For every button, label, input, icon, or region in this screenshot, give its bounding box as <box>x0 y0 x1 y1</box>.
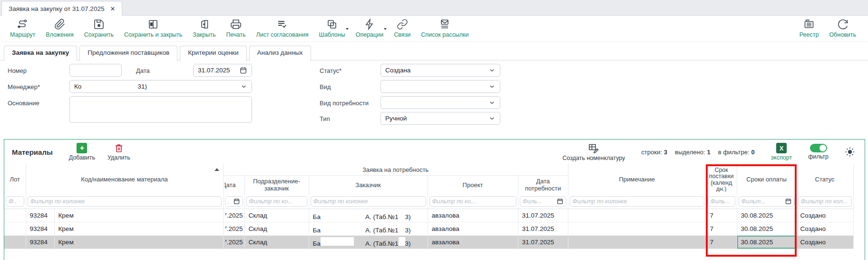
row-counters: строки:3 выделено:1 в фильтре:0 <box>641 149 755 156</box>
filter-date-input[interactable] <box>228 198 231 205</box>
chain-link-icon <box>397 19 408 30</box>
document-tab-title: Заявка на закупку от 31.07.2025 <box>9 5 104 12</box>
tab-zayavka[interactable]: Заявка на закупку <box>4 46 77 61</box>
save-close-icon <box>147 19 159 30</box>
status-select[interactable]: Создана <box>380 64 500 77</box>
col-header-customer[interactable]: Заказчик <box>309 175 428 194</box>
col-header-code-name[interactable]: Код/наименование материала <box>26 164 223 194</box>
paperclip-icon <box>54 19 66 30</box>
chevron-down-icon <box>488 115 496 122</box>
col-header-need-date[interactable]: Дата потребности <box>518 175 568 194</box>
col-header-status[interactable]: Статус <box>796 164 853 194</box>
calendar-icon[interactable] <box>556 198 564 205</box>
registry-button[interactable]: Реестр <box>794 18 824 39</box>
document-tab[interactable]: Заявка на закупку от 31.07.2025 ✕ <box>1 1 122 16</box>
dropdown-caret-icon <box>384 28 387 30</box>
col-header-note[interactable]: Примечание <box>568 164 706 194</box>
col-header-project[interactable]: Проект <box>428 175 518 194</box>
printer-icon <box>230 19 242 30</box>
filter-need-date-input[interactable] <box>523 198 556 205</box>
materials-panel: Материалы + Добавить Удалить Создать ном… <box>4 139 865 260</box>
filter-toggle[interactable]: фильтр <box>808 144 829 160</box>
focused-cell[interactable]: 30.08.2025 <box>737 235 796 249</box>
add-row-button[interactable]: + Добавить <box>69 143 95 161</box>
approval-sheet-button[interactable]: Лист согласования <box>251 18 313 39</box>
save-button[interactable]: Сохранить <box>79 18 119 39</box>
status-label: Статус* <box>320 67 341 74</box>
col-header-department[interactable]: Подразделение-заказчик <box>244 175 309 194</box>
route-icon <box>17 19 29 30</box>
osnovanie-textarea[interactable] <box>69 96 252 123</box>
chevron-down-icon <box>488 99 496 106</box>
filter-customer-input[interactable] <box>313 198 423 205</box>
nomer-input[interactable] <box>74 67 117 74</box>
col-header-delivery-days[interactable]: Срок поставки (календ дн.) <box>706 164 737 194</box>
tip-value: Ручной <box>385 115 407 122</box>
manager-select[interactable]: Ко 31) <box>69 80 252 93</box>
redaction-block <box>321 224 354 232</box>
print-button[interactable]: Печать <box>221 18 251 39</box>
close-button[interactable]: Закрыть <box>187 18 221 39</box>
calendar-icon[interactable] <box>233 198 240 205</box>
osnovanie-label: Основание <box>8 100 39 107</box>
filtered-count: в фильтре:0 <box>718 149 755 156</box>
delete-row-button[interactable]: Удалить <box>107 143 130 161</box>
route-button[interactable]: Маршрут <box>5 18 40 39</box>
manager-label: Менеджер* <box>8 83 40 90</box>
filter-payment-input[interactable] <box>741 198 785 205</box>
filter-delivery-input[interactable] <box>711 198 732 205</box>
calendar-icon[interactable] <box>785 198 792 205</box>
table-row[interactable]: 93284 Крем 31.07.2025 Склад БаА. (Таб.№1… <box>4 209 853 222</box>
vid-potrebnosti-select[interactable] <box>380 96 500 109</box>
close-tab-icon[interactable]: ✕ <box>110 5 115 12</box>
table-row[interactable]: 93284 Крем 31.07.2025 Склад БаА. (Таб.№1… <box>4 222 853 235</box>
refresh-button[interactable]: Обновить <box>824 18 861 39</box>
customer-cell: БаА. (Таб.№13) <box>309 222 428 235</box>
calendar-icon[interactable] <box>239 66 247 74</box>
registry-icon <box>803 19 815 30</box>
col-header-payment-terms[interactable]: Сроки оплаты <box>737 164 796 194</box>
redaction-block <box>81 82 137 91</box>
create-nomenclature-button[interactable]: Создать номенклатуру <box>562 142 625 161</box>
tip-label: Тип <box>320 115 330 122</box>
table-row-selected[interactable]: 93284 Крем 31.07.2025 Склад БаА. (Таб.№1… <box>4 235 853 249</box>
filter-status-input[interactable] <box>801 198 849 205</box>
templates-button[interactable]: Шаблоны <box>313 18 350 39</box>
attachments-button[interactable]: Вложения <box>40 18 79 39</box>
vid-select[interactable] <box>380 80 500 93</box>
gear-icon[interactable] <box>845 147 855 157</box>
filter-note-input[interactable] <box>573 198 702 205</box>
chevron-down-icon <box>488 83 496 90</box>
save-icon <box>93 19 105 30</box>
main-toolbar: Маршрут Вложения Сохранить Сохранить и з… <box>0 16 868 42</box>
tab-analiz[interactable]: Анализ данных <box>249 46 311 61</box>
redaction-block <box>321 210 354 219</box>
selected-count: выделено:1 <box>675 149 711 156</box>
mailing-list-button[interactable]: Список рассылки <box>416 18 474 39</box>
sort-ascending-icon <box>215 168 219 171</box>
date-field[interactable]: 31.07.2025 <box>193 64 252 77</box>
filter-project-input[interactable] <box>432 198 514 205</box>
filter-department-input[interactable] <box>249 198 304 205</box>
request-form: Номер Дата 31.07.2025 Статус* Создана Ме… <box>0 60 868 139</box>
nomer-field[interactable] <box>69 64 122 77</box>
nomer-label: Номер <box>8 67 27 74</box>
tab-kriterii[interactable]: Критерии оценки <box>180 46 246 61</box>
dropdown-caret-icon <box>346 28 349 30</box>
save-and-close-button[interactable]: Сохранить и закрыть <box>119 18 187 39</box>
materials-table: Лот Код/наименование материала Заявка на… <box>4 164 854 249</box>
export-excel-button[interactable]: X экспорт <box>771 143 792 161</box>
tab-predlozheniya[interactable]: Предложения поставщиков <box>79 46 177 61</box>
customer-cell: БаА. (Таб.№13) <box>309 235 428 249</box>
filter-lot-input[interactable] <box>9 198 21 205</box>
operations-button[interactable]: Операции <box>351 18 389 39</box>
col-header-date[interactable]: Дата <box>223 175 244 194</box>
col-header-lot[interactable]: Лот <box>4 164 26 194</box>
toggle-on-icon[interactable] <box>810 144 827 152</box>
group-header-need-request: Заявка на потребность <box>223 164 568 175</box>
filter-name-input[interactable] <box>30 198 219 205</box>
links-button[interactable]: Связи <box>389 18 416 39</box>
tip-select[interactable]: Ручной <box>380 112 500 125</box>
manager-value-start: Ко <box>74 83 81 90</box>
vid-label: Вид <box>320 83 331 90</box>
